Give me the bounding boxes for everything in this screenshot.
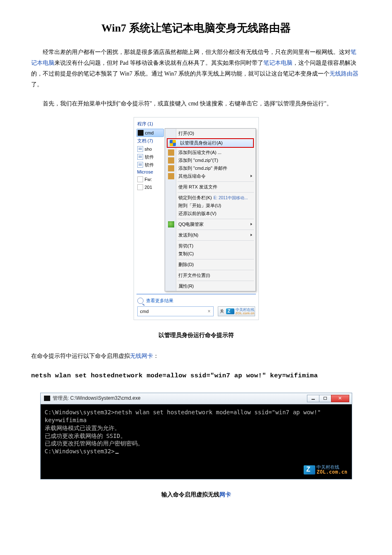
menu-restore-version[interactable]: 还原以前的版本(V) [166, 210, 254, 218]
menu-other-compress[interactable]: 其他压缩命令 [166, 172, 254, 180]
zol-watermark: 中关村在线 ZOL.com.cn [236, 308, 255, 315]
link-laptop-2[interactable]: 笔记本电脑 [263, 60, 292, 66]
search-value: cmd [140, 309, 149, 314]
menu-properties[interactable]: 属性(R) [166, 282, 254, 290]
menu-add-mail[interactable]: 添加到 "cmd.zip" 并邮件 [166, 164, 254, 172]
cursor-icon [115, 453, 119, 454]
menu-open-location[interactable]: 打开文件位置(I) [166, 271, 254, 279]
shutdown-button[interactable]: 关 中关村在线 ZOL.com.cn [218, 306, 255, 316]
see-more-results[interactable]: 查看更多结果 [137, 298, 256, 304]
link-router[interactable]: 无线路由器 [329, 71, 358, 77]
zol-watermark: 中关村在线 ZOL.com.cn [302, 465, 347, 475]
file-icon [137, 184, 143, 190]
menu-label: 属性(R) [178, 283, 194, 289]
menu-run-as-admin[interactable]: 以管理员身份运行(A) [167, 138, 253, 148]
menu-send-to[interactable]: 发送到(N) [166, 231, 254, 239]
section-documents: 文档 (7) [137, 138, 164, 144]
text: 在命令提示符中运行以下命令启用虚拟 [31, 353, 130, 359]
zol-url: ZOL.com.cn [317, 469, 347, 475]
document-icon [137, 162, 143, 168]
term-line: 已成功更改托管网络的用户密钥密码。 [45, 440, 348, 447]
text: 了。 [31, 81, 43, 88]
result-label: cmd [145, 130, 154, 135]
menu-label: 复制(C) [178, 251, 194, 257]
menu-open[interactable]: 打开(O) [166, 130, 254, 137]
result-doc[interactable]: 软件 [136, 161, 164, 169]
menu-label: 附到「开始」菜单(U) [178, 203, 221, 209]
minimize-button[interactable] [307, 395, 319, 402]
step-paragraph-2: 在命令提示符中运行以下命令启用虚拟无线网卡： [31, 351, 361, 362]
command-line: netsh wlan set hostednetwork mode=allow … [31, 370, 361, 382]
result-label: 软件 [145, 154, 154, 160]
term-line: C:\Windows\system32>netsh wlan set hoste… [45, 408, 348, 416]
menu-cut[interactable]: 剪切(T) [166, 242, 254, 250]
text: 经常出差的用户都有一个困扰，那就是很多酒店虽然都能上网，但大部分都没有无线信号，… [43, 49, 351, 55]
result-doc[interactable]: 软件 [136, 153, 164, 161]
menu-label: QQ电脑管家 [178, 221, 204, 227]
figure-caption-2: 输入命令启用虚拟无线网卡 [31, 489, 361, 500]
section-programs: 程序 (1) [137, 121, 256, 127]
close-button[interactable] [331, 395, 349, 402]
file-icon [137, 176, 143, 182]
menu-label: 添加到 "cmd.zip"(T) [178, 157, 218, 164]
result-label: sho [145, 147, 152, 152]
menu-label: 还原以前的版本(V) [178, 210, 217, 217]
chevron-right-icon [251, 175, 252, 177]
menu-rtx-send[interactable]: 使用 RTX 发送文件 [166, 183, 254, 191]
link-wireless-card[interactable]: 无线网卡 [130, 353, 153, 359]
window-title: 管理员: C:\Windows\System32\cmd.exe [53, 395, 141, 402]
zol-url: ZOL.com.cn [236, 312, 255, 315]
menu-delete[interactable]: 删除(D) [166, 261, 254, 269]
chevron-right-icon [251, 223, 252, 225]
cmd-icon [138, 130, 144, 136]
result-label: 软件 [145, 162, 154, 168]
chevron-right-icon [251, 234, 252, 236]
term-line: 已成功更改承载网络的 SSID。 [45, 432, 348, 440]
clear-icon[interactable]: × [207, 308, 210, 314]
result-label: 201 [145, 185, 152, 190]
menu-label: 添加到压缩文件(A) ... [178, 149, 222, 156]
menu-label: 其他压缩命令 [178, 173, 206, 179]
window-titlebar[interactable]: 管理员: C:\Windows\System32\cmd.exe [41, 393, 352, 404]
result-cmd[interactable]: cmd [136, 129, 164, 137]
terminal-output[interactable]: C:\Windows\system32>netsh wlan set hoste… [41, 404, 352, 479]
menu-label: 添加到 "cmd.zip" 并邮件 [178, 165, 227, 171]
text: ： [153, 353, 159, 359]
menu-add-archive[interactable]: 添加到压缩文件(A) ... [166, 149, 254, 156]
document-icon [137, 154, 143, 160]
archive-icon [168, 157, 174, 164]
menu-label: 锁定到任务栏(K) [178, 195, 212, 201]
step-paragraph: 首先，我们在开始菜单中找到"命令提示符"，或直接键入 cmd 快速搜索，右键单击… [31, 98, 361, 109]
context-menu: 打开(O) 以管理员身份运行(A) 添加到压缩文件(A) ... 添加到 "cm… [165, 128, 256, 291]
zol-logo-icon [304, 465, 315, 474]
result-label: Fw: [145, 177, 152, 182]
result-item[interactable]: 201 [136, 183, 164, 191]
page-title: Win7 系统让笔记本电脑变身无线路由器 [31, 21, 361, 35]
search-input[interactable]: cmd × [137, 306, 214, 316]
menu-qq-guard[interactable]: QQ电脑管家 [166, 220, 254, 228]
cmd-icon [44, 396, 50, 401]
menu-copy[interactable]: 复制(C) [166, 250, 254, 258]
shutdown-label: 关 [218, 308, 225, 314]
result-item[interactable]: Fw: [136, 176, 164, 183]
menu-label: 以管理员身份运行(A) [180, 140, 223, 146]
menu-add-cmdzip[interactable]: 添加到 "cmd.zip"(T) [166, 156, 254, 164]
qq-icon [168, 221, 174, 227]
section-microsoft: Microse [137, 169, 164, 174]
archive-icon [168, 173, 174, 179]
menu-label: 剪切(T) [178, 243, 193, 249]
intro-paragraph: 经常出差的用户都有一个困扰，那就是很多酒店虽然都能上网，但大部分都没有无线信号，… [31, 47, 361, 90]
result-doc[interactable]: sho [136, 145, 164, 153]
maximize-button[interactable] [319, 395, 331, 402]
menu-pin-taskbar[interactable]: 锁定到任务栏(K)E: 2011中国移动... [166, 194, 254, 202]
menu-label: 删除(D) [178, 262, 194, 268]
screenshot-cmd-window: 管理员: C:\Windows\System32\cmd.exe C:\Wind… [40, 393, 352, 479]
menu-label: 打开文件位置(I) [178, 272, 210, 279]
shield-icon [170, 140, 176, 146]
term-line: 承载网络模式已设置为允许。 [45, 424, 348, 432]
menu-label: 发送到(N) [178, 232, 198, 238]
menu-label: 打开(O) [178, 130, 194, 137]
link-nic[interactable]: 网卡 [219, 491, 231, 498]
menu-pin-start[interactable]: 附到「开始」菜单(U) [166, 202, 254, 210]
side-note: E: 2011中国移动... [214, 195, 248, 201]
